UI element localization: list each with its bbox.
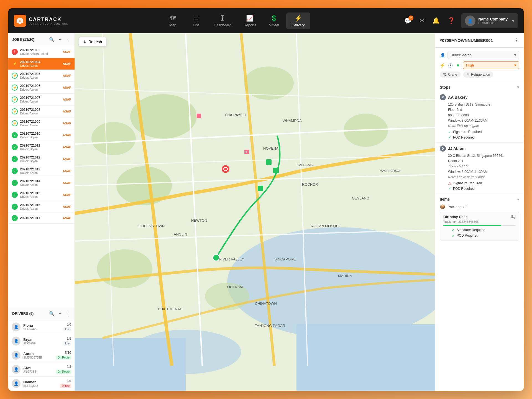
driver-item[interactable]: 👤 Hannah SLF6280U 0/0 Offline xyxy=(8,377,75,391)
driver-value[interactable]: Driver: Aaron ▾ xyxy=(447,51,519,59)
job-driver: Driver: Bryan xyxy=(20,147,60,151)
job-driver: Driver: Aaron xyxy=(20,64,60,67)
map-icon: 🗺 xyxy=(170,15,176,22)
user-id: DLVR00001 xyxy=(478,21,508,25)
job-driver: Driver: Aaron xyxy=(20,195,60,198)
job-item[interactable]: ✓ 20210721014 Driver: Aaron ASAP xyxy=(8,177,75,189)
stop-sig-label: Signature Required xyxy=(453,181,482,185)
svg-point-12 xyxy=(97,249,152,288)
job-number: 20210721005 xyxy=(20,72,60,76)
jobs-add-btn[interactable]: ＋ xyxy=(57,36,63,43)
map-svg: TOA PAYOH WHAMPOA NOVENA KALLANG ROCHOR … xyxy=(75,33,435,391)
driver-avatar: 👤 xyxy=(12,351,21,360)
priority-value[interactable]: High ▾ xyxy=(463,61,519,69)
nav-dashboard[interactable]: 🎛 Dashboard xyxy=(208,12,237,29)
job-item[interactable]: ✓ 20210721015 Driver: Aaron ASAP xyxy=(8,189,75,201)
drivers-search-btn[interactable]: 🔍 xyxy=(48,310,55,317)
tag-row: 🏗 Crane ❄ Refrigeration xyxy=(440,71,519,78)
driver-status-badge: Offline xyxy=(60,384,71,388)
svg-text:SULTAN MOSQUE: SULTAN MOSQUE xyxy=(310,224,341,228)
driver-status-badge: On Route xyxy=(56,370,71,374)
driver-avatar: 👤 xyxy=(12,323,21,331)
items-header: Items ▾ xyxy=(440,197,519,202)
driver-dropdown-icon: ▾ xyxy=(514,53,516,57)
help-btn[interactable]: ❓ xyxy=(446,16,457,26)
job-status-icon: ⚡ xyxy=(12,85,18,91)
bell-btn[interactable]: 🔔 xyxy=(431,16,441,26)
driver-info: Hannah SLF6280U xyxy=(23,380,57,387)
stop-name: JJ Abram xyxy=(448,146,466,151)
messages-btn[interactable]: 💬 2 xyxy=(403,16,413,26)
driver-item[interactable]: 👤 Fiona SLF6242E 0/0 Idle xyxy=(8,320,75,334)
job-item[interactable]: ✓ 20210721010 Driver: Bryan ASAP xyxy=(8,129,75,141)
refresh-label: Refresh xyxy=(88,40,102,44)
nav-map-label: Map xyxy=(169,23,176,27)
job-item[interactable]: ✓ 20210721011 Driver: Bryan ASAP xyxy=(8,141,75,153)
driver-item[interactable]: 👤 Aaron SMD5057DEN 5/10 On Route xyxy=(8,348,75,362)
job-item[interactable]: ⚡ 20210721009 Driver: Aaron ASAP xyxy=(8,117,75,129)
svg-text:RIVER VALLEY: RIVER VALLEY xyxy=(219,257,244,261)
job-info: 20210721013 Driver: Aaron xyxy=(20,167,60,175)
jobs-search-btn[interactable]: 🔍 xyxy=(48,36,55,43)
user-area[interactable]: 👤 Name Company DLVR00001 ▾ xyxy=(461,13,518,28)
job-item[interactable]: ⚡ 20210721005 Driver: Aaron ASAP xyxy=(8,70,75,82)
job-tag: ASAP xyxy=(63,50,71,53)
drivers-add-btn[interactable]: ＋ xyxy=(57,310,63,317)
driver-name: Alwi xyxy=(23,366,53,370)
jobs-more-btn[interactable]: ⋮ xyxy=(65,36,71,43)
crane-icon: 🏗 xyxy=(443,73,446,76)
package-row: 📦 Package x 2 xyxy=(440,204,519,209)
job-status-icon: ✓ xyxy=(12,168,18,174)
job-item[interactable]: ✓ 20210721012 Driver: Bryan ASAP xyxy=(8,153,75,165)
job-item[interactable]: ⚡ 20210721008 Driver: Aaron ASAP xyxy=(8,106,75,117)
app-subtitle: PUTTING YOU IN CONTROL xyxy=(29,22,68,25)
email-btn[interactable]: ✉ xyxy=(418,16,426,26)
job-number: 20210721011 xyxy=(20,144,60,147)
refresh-button[interactable]: ↻ Refresh xyxy=(79,37,107,47)
job-item[interactable]: ⚡ 20210721007 Driver: Aaron ASAP xyxy=(8,94,75,106)
item-tracking: Tracking#: 235346546565 xyxy=(443,220,516,223)
drivers-title: DRIVERS (5) xyxy=(12,311,34,316)
drivers-more-btn[interactable]: ⋮ xyxy=(65,310,71,317)
job-info: 20210721009 Driver: Aaron xyxy=(20,120,60,127)
svg-point-20 xyxy=(224,168,227,170)
driver-item[interactable]: 👤 Bryan JTR6259 5/5 Idle xyxy=(8,334,75,348)
job-status-icon: ⚡ xyxy=(12,73,18,79)
driver-status-badge: On Route xyxy=(56,355,71,360)
jobs-list: ! 20210721003 Driver: Assign Failed ASAP… xyxy=(8,46,75,307)
svg-text:NOVENA: NOVENA xyxy=(263,146,278,150)
svg-text:CHINATOWN: CHINATOWN xyxy=(255,301,277,306)
dashboard-icon: 🎛 xyxy=(219,15,226,22)
job-tag: ASAP xyxy=(63,98,71,101)
job-driver: Driver: Bryan xyxy=(20,159,60,163)
nav-list[interactable]: ☰ List xyxy=(185,12,207,29)
stop-sig-label: Signature Required xyxy=(453,130,482,134)
detail-more-btn[interactable]: ⋮ xyxy=(514,37,519,44)
job-number: 20210721013 xyxy=(20,167,60,171)
clock-icon: 🕐 xyxy=(447,63,453,68)
job-number: 20210721008 xyxy=(20,108,60,112)
nav-map[interactable]: 🗺 Map xyxy=(162,12,184,29)
job-item[interactable]: ✓ 20210721016 Driver: Aaron ASAP xyxy=(8,201,75,213)
job-item[interactable]: ⚡ 20210721006 Driver: Aaron ASAP xyxy=(8,82,75,94)
app-container: C CARTRACK PUTTING YOU IN CONTROL 🗺 Map … xyxy=(8,8,524,391)
job-info: 20210721017 xyxy=(20,216,60,220)
driver-item[interactable]: 👤 Alwi JNG7385 2/4 On Route xyxy=(8,362,75,377)
jobs-header-actions: 🔍 ＋ ⋮ xyxy=(48,36,71,43)
job-item[interactable]: ✓ 20210721017 ASAP xyxy=(8,213,75,224)
job-item[interactable]: ⚡ 20210721004 Driver: Aaron ASAP xyxy=(8,58,75,70)
nav-mifleet[interactable]: 💲 Mifleet xyxy=(263,12,285,29)
delivery-icon: ⚡ xyxy=(295,15,302,22)
svg-text:WHAMPOA: WHAMPOA xyxy=(283,119,302,123)
job-driver: Driver: Aaron xyxy=(20,207,60,210)
drivers-header-actions: 🔍 ＋ ⋮ xyxy=(48,310,71,317)
item-weight: 1kg xyxy=(510,215,516,219)
nav-dashboard-label: Dashboard xyxy=(214,23,232,27)
driver-jobs: 5/10 xyxy=(56,351,71,355)
job-item[interactable]: ! 20210721003 Driver: Assign Failed ASAP xyxy=(8,46,75,58)
nav-mifleet-label: Mifleet xyxy=(269,23,279,27)
detail-job-id: #0708MYOWNNUMBER001 xyxy=(440,38,493,43)
job-item[interactable]: ✓ 20210721013 Driver: Aaron ASAP xyxy=(8,165,75,177)
nav-delivery[interactable]: ⚡ Delivery xyxy=(286,12,310,29)
nav-reports[interactable]: 📈 Reports xyxy=(238,12,262,29)
